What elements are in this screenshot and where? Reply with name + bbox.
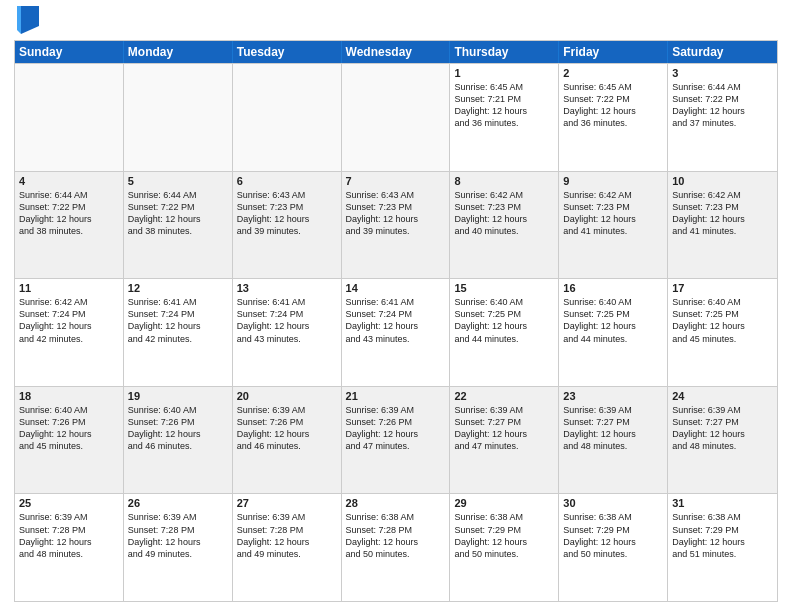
calendar: SundayMondayTuesdayWednesdayThursdayFrid… — [14, 40, 778, 602]
day-number: 20 — [237, 390, 337, 402]
cell-text: Sunrise: 6:42 AMSunset: 7:23 PMDaylight:… — [672, 189, 773, 238]
calendar-cell: 2Sunrise: 6:45 AMSunset: 7:22 PMDaylight… — [559, 64, 668, 171]
day-number: 6 — [237, 175, 337, 187]
calendar-cell: 27Sunrise: 6:39 AMSunset: 7:28 PMDayligh… — [233, 494, 342, 601]
day-number: 16 — [563, 282, 663, 294]
cell-text: Sunrise: 6:44 AMSunset: 7:22 PMDaylight:… — [128, 189, 228, 238]
cell-text: Sunrise: 6:39 AMSunset: 7:28 PMDaylight:… — [128, 511, 228, 560]
cell-text: Sunrise: 6:43 AMSunset: 7:23 PMDaylight:… — [237, 189, 337, 238]
calendar-cell: 11Sunrise: 6:42 AMSunset: 7:24 PMDayligh… — [15, 279, 124, 386]
cell-text: Sunrise: 6:38 AMSunset: 7:28 PMDaylight:… — [346, 511, 446, 560]
calendar-cell: 17Sunrise: 6:40 AMSunset: 7:25 PMDayligh… — [668, 279, 777, 386]
day-number: 22 — [454, 390, 554, 402]
calendar-body: 1Sunrise: 6:45 AMSunset: 7:21 PMDaylight… — [15, 63, 777, 601]
cell-text: Sunrise: 6:40 AMSunset: 7:25 PMDaylight:… — [672, 296, 773, 345]
calendar-cell: 30Sunrise: 6:38 AMSunset: 7:29 PMDayligh… — [559, 494, 668, 601]
day-number: 3 — [672, 67, 773, 79]
calendar-header-cell: Thursday — [450, 41, 559, 63]
day-number: 27 — [237, 497, 337, 509]
calendar-header-cell: Friday — [559, 41, 668, 63]
cell-text: Sunrise: 6:41 AMSunset: 7:24 PMDaylight:… — [346, 296, 446, 345]
calendar-header-cell: Tuesday — [233, 41, 342, 63]
day-number: 5 — [128, 175, 228, 187]
calendar-cell: 9Sunrise: 6:42 AMSunset: 7:23 PMDaylight… — [559, 172, 668, 279]
logo-icon — [17, 6, 39, 34]
cell-text: Sunrise: 6:39 AMSunset: 7:26 PMDaylight:… — [346, 404, 446, 453]
calendar-cell: 21Sunrise: 6:39 AMSunset: 7:26 PMDayligh… — [342, 387, 451, 494]
calendar-cell: 12Sunrise: 6:41 AMSunset: 7:24 PMDayligh… — [124, 279, 233, 386]
cell-text: Sunrise: 6:40 AMSunset: 7:26 PMDaylight:… — [128, 404, 228, 453]
calendar-header-cell: Sunday — [15, 41, 124, 63]
day-number: 23 — [563, 390, 663, 402]
calendar-cell: 14Sunrise: 6:41 AMSunset: 7:24 PMDayligh… — [342, 279, 451, 386]
cell-text: Sunrise: 6:39 AMSunset: 7:26 PMDaylight:… — [237, 404, 337, 453]
calendar-cell: 4Sunrise: 6:44 AMSunset: 7:22 PMDaylight… — [15, 172, 124, 279]
cell-text: Sunrise: 6:44 AMSunset: 7:22 PMDaylight:… — [19, 189, 119, 238]
cell-text: Sunrise: 6:41 AMSunset: 7:24 PMDaylight:… — [237, 296, 337, 345]
svg-marker-1 — [17, 6, 21, 34]
calendar-cell: 18Sunrise: 6:40 AMSunset: 7:26 PMDayligh… — [15, 387, 124, 494]
cell-text: Sunrise: 6:38 AMSunset: 7:29 PMDaylight:… — [563, 511, 663, 560]
calendar-cell: 1Sunrise: 6:45 AMSunset: 7:21 PMDaylight… — [450, 64, 559, 171]
cell-text: Sunrise: 6:39 AMSunset: 7:27 PMDaylight:… — [672, 404, 773, 453]
calendar-cell: 7Sunrise: 6:43 AMSunset: 7:23 PMDaylight… — [342, 172, 451, 279]
cell-text: Sunrise: 6:39 AMSunset: 7:28 PMDaylight:… — [237, 511, 337, 560]
calendar-cell: 23Sunrise: 6:39 AMSunset: 7:27 PMDayligh… — [559, 387, 668, 494]
cell-text: Sunrise: 6:39 AMSunset: 7:27 PMDaylight:… — [563, 404, 663, 453]
day-number: 1 — [454, 67, 554, 79]
calendar-cell — [342, 64, 451, 171]
day-number: 4 — [19, 175, 119, 187]
calendar-cell — [124, 64, 233, 171]
day-number: 14 — [346, 282, 446, 294]
cell-text: Sunrise: 6:42 AMSunset: 7:23 PMDaylight:… — [454, 189, 554, 238]
cell-text: Sunrise: 6:38 AMSunset: 7:29 PMDaylight:… — [672, 511, 773, 560]
calendar-cell: 16Sunrise: 6:40 AMSunset: 7:25 PMDayligh… — [559, 279, 668, 386]
day-number: 30 — [563, 497, 663, 509]
day-number: 31 — [672, 497, 773, 509]
day-number: 7 — [346, 175, 446, 187]
header — [14, 10, 778, 34]
calendar-header: SundayMondayTuesdayWednesdayThursdayFrid… — [15, 41, 777, 63]
cell-text: Sunrise: 6:44 AMSunset: 7:22 PMDaylight:… — [672, 81, 773, 130]
calendar-cell: 8Sunrise: 6:42 AMSunset: 7:23 PMDaylight… — [450, 172, 559, 279]
calendar-cell: 25Sunrise: 6:39 AMSunset: 7:28 PMDayligh… — [15, 494, 124, 601]
day-number: 25 — [19, 497, 119, 509]
day-number: 9 — [563, 175, 663, 187]
calendar-cell: 28Sunrise: 6:38 AMSunset: 7:28 PMDayligh… — [342, 494, 451, 601]
day-number: 21 — [346, 390, 446, 402]
cell-text: Sunrise: 6:43 AMSunset: 7:23 PMDaylight:… — [346, 189, 446, 238]
calendar-cell: 19Sunrise: 6:40 AMSunset: 7:26 PMDayligh… — [124, 387, 233, 494]
day-number: 26 — [128, 497, 228, 509]
day-number: 24 — [672, 390, 773, 402]
cell-text: Sunrise: 6:40 AMSunset: 7:26 PMDaylight:… — [19, 404, 119, 453]
calendar-cell — [15, 64, 124, 171]
cell-text: Sunrise: 6:40 AMSunset: 7:25 PMDaylight:… — [563, 296, 663, 345]
day-number: 10 — [672, 175, 773, 187]
cell-text: Sunrise: 6:41 AMSunset: 7:24 PMDaylight:… — [128, 296, 228, 345]
day-number: 19 — [128, 390, 228, 402]
day-number: 17 — [672, 282, 773, 294]
calendar-week-row: 11Sunrise: 6:42 AMSunset: 7:24 PMDayligh… — [15, 278, 777, 386]
cell-text: Sunrise: 6:45 AMSunset: 7:21 PMDaylight:… — [454, 81, 554, 130]
cell-text: Sunrise: 6:38 AMSunset: 7:29 PMDaylight:… — [454, 511, 554, 560]
calendar-cell: 20Sunrise: 6:39 AMSunset: 7:26 PMDayligh… — [233, 387, 342, 494]
calendar-week-row: 18Sunrise: 6:40 AMSunset: 7:26 PMDayligh… — [15, 386, 777, 494]
cell-text: Sunrise: 6:45 AMSunset: 7:22 PMDaylight:… — [563, 81, 663, 130]
day-number: 12 — [128, 282, 228, 294]
day-number: 13 — [237, 282, 337, 294]
day-number: 2 — [563, 67, 663, 79]
calendar-cell: 31Sunrise: 6:38 AMSunset: 7:29 PMDayligh… — [668, 494, 777, 601]
svg-marker-0 — [21, 6, 39, 34]
calendar-cell: 10Sunrise: 6:42 AMSunset: 7:23 PMDayligh… — [668, 172, 777, 279]
cell-text: Sunrise: 6:42 AMSunset: 7:23 PMDaylight:… — [563, 189, 663, 238]
day-number: 18 — [19, 390, 119, 402]
calendar-cell — [233, 64, 342, 171]
calendar-cell: 3Sunrise: 6:44 AMSunset: 7:22 PMDaylight… — [668, 64, 777, 171]
calendar-cell: 6Sunrise: 6:43 AMSunset: 7:23 PMDaylight… — [233, 172, 342, 279]
day-number: 8 — [454, 175, 554, 187]
calendar-cell: 13Sunrise: 6:41 AMSunset: 7:24 PMDayligh… — [233, 279, 342, 386]
calendar-header-cell: Monday — [124, 41, 233, 63]
calendar-cell: 5Sunrise: 6:44 AMSunset: 7:22 PMDaylight… — [124, 172, 233, 279]
calendar-week-row: 1Sunrise: 6:45 AMSunset: 7:21 PMDaylight… — [15, 63, 777, 171]
calendar-header-cell: Saturday — [668, 41, 777, 63]
